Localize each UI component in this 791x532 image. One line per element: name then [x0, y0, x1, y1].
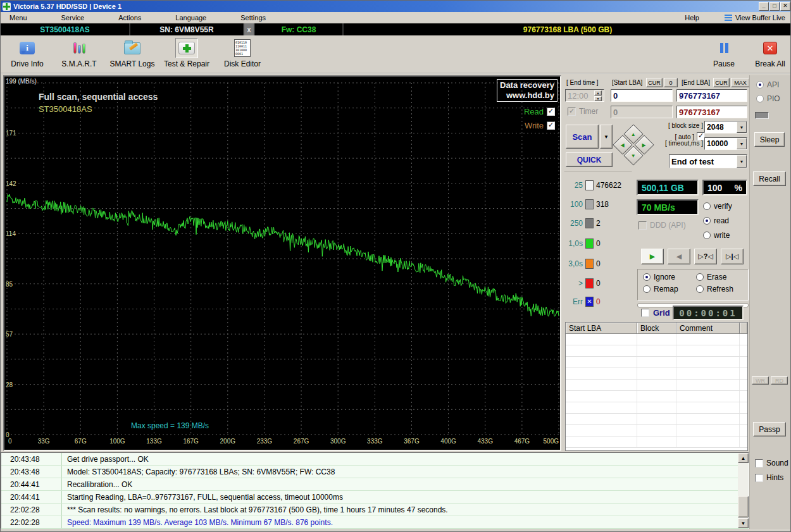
start-lba-zero-button[interactable]: 0 — [664, 78, 678, 87]
bad-action-refresh[interactable]: Refresh — [696, 285, 751, 294]
defect-table[interactable]: Start LBA Block Comment — [565, 322, 748, 451]
refresh-radio[interactable] — [696, 285, 704, 293]
table-row[interactable] — [566, 414, 747, 425]
transport-step-button[interactable]: ▷|◁ — [721, 249, 744, 264]
table-row[interactable] — [566, 436, 747, 448]
table-row[interactable] — [566, 391, 747, 402]
table-row[interactable] — [566, 425, 747, 436]
recall-button[interactable]: Recall — [753, 171, 786, 186]
column-start-lba[interactable]: Start LBA — [566, 323, 637, 333]
spin-down-icon[interactable]: ▼ — [594, 96, 602, 101]
bad-action-remap[interactable]: Remap — [643, 285, 696, 294]
break-all-button[interactable]: ✕ Break All — [751, 38, 789, 71]
mode-verify[interactable]: verify — [703, 202, 732, 211]
pio-option[interactable]: PIO — [756, 94, 780, 103]
scan-dropdown-button[interactable]: ▼ — [600, 125, 613, 149]
mode-read[interactable]: read — [703, 216, 729, 225]
start-lba-cur-button[interactable]: CUR — [646, 78, 663, 87]
menu-language[interactable]: Language — [166, 14, 232, 22]
transport-play-button[interactable]: ▶ — [641, 249, 664, 264]
end-lba-input[interactable]: 976773167 — [676, 89, 747, 102]
sound-checkbox[interactable] — [755, 459, 763, 467]
scroll-thumb[interactable] — [738, 496, 749, 517]
table-row[interactable] — [566, 368, 747, 380]
scroll-up-icon[interactable]: ▲ — [738, 453, 749, 463]
bad-action-ignore[interactable]: Ignore — [643, 273, 696, 281]
column-block[interactable]: Block — [637, 323, 676, 333]
mode-write[interactable]: write — [703, 231, 730, 240]
log-panel[interactable]: 20:43:48Get drive passport... OK20:43:48… — [1, 452, 749, 529]
write-radio[interactable] — [703, 232, 711, 239]
menu-help[interactable]: Help — [659, 14, 725, 22]
end-lba-max-button[interactable]: MAX — [731, 78, 750, 87]
speed-chart: 1711421148557280033G67G100G133G167G200G2… — [4, 77, 560, 450]
sound-option[interactable]: Sound — [755, 459, 788, 467]
timeout-combo[interactable]: 10000▼ — [704, 137, 747, 150]
hints-option[interactable]: Hints — [755, 473, 783, 482]
pio-radio[interactable] — [756, 95, 764, 102]
verify-radio[interactable] — [703, 202, 711, 210]
remap-radio[interactable] — [643, 285, 651, 293]
menu-settings[interactable]: Settings — [232, 14, 291, 22]
timer-toggle[interactable]: Timer — [568, 107, 598, 116]
end-lba-cur-button[interactable]: CUR — [713, 78, 730, 87]
read-radio[interactable] — [703, 217, 711, 225]
quick-button[interactable]: QUICK — [566, 152, 613, 167]
bad-action-erase[interactable]: Erase — [696, 273, 751, 281]
grid-checkbox[interactable] — [641, 309, 649, 317]
smart-logs-button[interactable]: SMART Logs — [109, 38, 155, 71]
end-action-combo[interactable]: End of test▼ — [669, 154, 747, 168]
erase-radio[interactable] — [696, 273, 704, 281]
block-size-combo[interactable]: 2048▼ — [704, 121, 747, 133]
api-option[interactable]: API — [756, 80, 779, 89]
spin-up-icon[interactable]: ▲ — [594, 90, 602, 96]
log-entry[interactable]: 20:44:41Recallibration... OK — [1, 478, 749, 491]
drive-info-button[interactable]: i Drive Info — [4, 38, 50, 71]
log-scrollbar[interactable]: ▲ ▼ — [738, 453, 749, 528]
right-triangle-icon: ▶ — [642, 142, 646, 148]
start-lba-input[interactable]: 0 — [611, 89, 673, 102]
menu-actions[interactable]: Actions — [109, 14, 166, 22]
minimize-button[interactable]: _ — [759, 2, 769, 11]
table-row[interactable] — [566, 380, 747, 391]
passport-button[interactable]: Passp — [753, 422, 786, 436]
end-time-spinner[interactable]: 12:00 ▲ ▼ — [565, 89, 604, 102]
timer-checkbox[interactable] — [568, 108, 576, 116]
api-radio[interactable] — [756, 81, 764, 89]
hints-checkbox[interactable] — [755, 474, 763, 482]
end-lba-label: [End LBA] — [682, 79, 710, 86]
sleep-button[interactable]: Sleep — [754, 132, 785, 147]
read-checkbox[interactable] — [547, 108, 555, 116]
serial-hide-button[interactable]: x — [244, 23, 255, 35]
maximize-button[interactable]: □ — [769, 2, 780, 11]
view-buffer-live-button[interactable]: View Buffer Live — [725, 14, 791, 22]
log-entry[interactable]: 20:43:48Model: ST3500418AS; Capacity: 97… — [1, 466, 749, 478]
test-repair-button[interactable]: Test & Repair — [164, 38, 209, 71]
scan-button[interactable]: Scan — [566, 125, 599, 149]
counter-color-box — [585, 218, 594, 228]
bottom-strip — [1, 529, 791, 532]
scroll-down-icon[interactable]: ▼ — [738, 518, 749, 528]
table-row[interactable] — [566, 357, 747, 368]
close-button[interactable]: ✕ — [780, 2, 790, 11]
transport-back-button[interactable]: ◀ — [668, 249, 690, 264]
smart-button[interactable]: S.M.A.R.T — [56, 38, 102, 71]
ignore-radio[interactable] — [643, 273, 651, 281]
write-checkbox[interactable] — [547, 121, 555, 130]
menu-service[interactable]: Service — [53, 14, 110, 22]
log-entry[interactable]: 22:02:28*** Scan results: no warnings, n… — [1, 504, 749, 516]
log-entry[interactable]: 20:43:48Get drive passport... OK — [1, 453, 749, 466]
menu-menu[interactable]: Menu — [1, 14, 53, 22]
table-row[interactable] — [566, 334, 747, 345]
title-bar[interactable]: Victoria 5.37 HDD/SSD | Device 1 _ □ ✕ — [1, 1, 791, 12]
log-entry[interactable]: 22:02:28Speed: Maximum 139 MB/s. Average… — [1, 516, 749, 529]
table-row[interactable] — [566, 402, 747, 414]
column-comment[interactable]: Comment — [676, 323, 740, 333]
transport-seek-error-button[interactable]: ▷?◁ — [694, 249, 717, 264]
grid-toggle[interactable]: Grid — [641, 308, 670, 318]
back-icon: ◀ — [676, 252, 682, 261]
table-row[interactable] — [566, 345, 747, 357]
log-entry[interactable]: 20:44:41Starting Reading, LBA=0..9767731… — [1, 491, 749, 504]
disk-editor-button[interactable]: 010110 110011 101000 0001 Disk Editor — [220, 38, 265, 71]
pause-button[interactable]: Pause — [703, 38, 745, 71]
